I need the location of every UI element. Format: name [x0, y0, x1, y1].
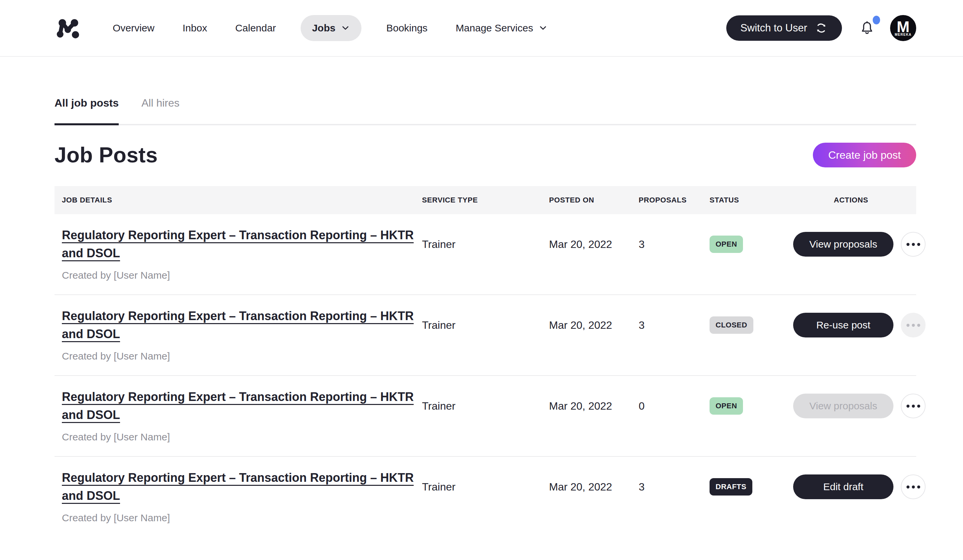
actions-cell: View proposals	[786, 388, 933, 424]
job-title-link[interactable]: Regulatory Reporting Expert – Transactio…	[62, 307, 415, 343]
service-type-cell: Trainer	[415, 469, 542, 505]
more-actions-button[interactable]	[901, 474, 926, 499]
top-nav: Overview Inbox Calendar Jobs Bookings Ma…	[0, 0, 963, 57]
col-header-proposals: PROPOSALS	[631, 196, 702, 204]
job-details-cell: Regulatory Reporting Expert – Transactio…	[55, 307, 415, 362]
posted-on-cell: Mar 20, 2022	[542, 226, 631, 262]
nav-item-bookings[interactable]: Bookings	[386, 23, 427, 34]
page-title: Job Posts	[55, 142, 158, 167]
reuse-post-button[interactable]: Re-use post	[793, 313, 893, 337]
status-badge: DRAFTS	[710, 478, 752, 495]
status-cell: OPEN	[702, 388, 786, 424]
created-by-text: Created by [User Name]	[62, 351, 415, 362]
view-proposals-button[interactable]: View proposals	[793, 232, 893, 257]
more-actions-button[interactable]	[901, 313, 926, 337]
avatar-brand-label: MEREKA	[895, 33, 912, 36]
posted-on-cell: Mar 20, 2022	[542, 469, 631, 505]
proposals-cell: 3	[631, 307, 702, 343]
tabs: All job posts All hires	[55, 97, 916, 125]
nav-item-manage-services-label: Manage Services	[456, 23, 533, 34]
job-posts-table: JOB DETAILS SERVICE TYPE POSTED ON PROPO…	[55, 186, 916, 537]
avatar-letter: M	[897, 20, 909, 34]
table-row: Regulatory Reporting Expert – Transactio…	[55, 214, 916, 295]
col-header-actions: ACTIONS	[786, 196, 916, 204]
actions-cell: Edit draft	[786, 469, 933, 505]
proposals-cell: 3	[631, 469, 702, 505]
mereka-logo-icon[interactable]	[55, 16, 81, 40]
status-cell: DRAFTS	[702, 469, 786, 505]
switch-to-user-label: Switch to User	[740, 22, 807, 34]
chevron-down-icon	[538, 23, 548, 33]
table-header-row: JOB DETAILS SERVICE TYPE POSTED ON PROPO…	[55, 186, 916, 214]
primary-nav: Overview Inbox Calendar Jobs Bookings Ma…	[113, 15, 548, 41]
bell-icon	[859, 20, 875, 36]
tab-all-job-posts[interactable]: All job posts	[55, 97, 119, 124]
posted-on-cell: Mar 20, 2022	[542, 388, 631, 424]
avatar[interactable]: M MEREKA	[890, 15, 916, 41]
job-title-link[interactable]: Regulatory Reporting Expert – Transactio…	[62, 469, 415, 505]
main-content: All job posts All hires Job Posts Create…	[0, 97, 963, 537]
posted-on-cell: Mar 20, 2022	[542, 307, 631, 343]
actions-cell: Re-use post	[786, 307, 933, 343]
service-type-cell: Trainer	[415, 307, 542, 343]
edit-draft-button[interactable]: Edit draft	[793, 474, 893, 499]
nav-item-jobs[interactable]: Jobs	[301, 15, 362, 41]
nav-item-overview[interactable]: Overview	[113, 23, 154, 34]
proposals-cell: 3	[631, 226, 702, 262]
view-proposals-button-disabled[interactable]: View proposals	[793, 393, 893, 418]
created-by-text: Created by [User Name]	[62, 431, 415, 443]
col-header-posted-on: POSTED ON	[542, 196, 631, 204]
job-details-cell: Regulatory Reporting Expert – Transactio…	[55, 388, 415, 443]
ellipsis-icon	[906, 405, 909, 408]
nav-item-inbox[interactable]: Inbox	[183, 23, 207, 34]
status-badge: OPEN	[710, 397, 743, 415]
actions-cell: View proposals	[786, 226, 933, 262]
switch-to-user-button[interactable]: Switch to User	[726, 15, 842, 41]
more-actions-button[interactable]	[901, 393, 926, 418]
more-actions-button[interactable]	[901, 232, 926, 257]
service-type-cell: Trainer	[415, 226, 542, 262]
job-details-cell: Regulatory Reporting Expert – Transactio…	[55, 226, 415, 281]
proposals-cell: 0	[631, 388, 702, 424]
table-row: Regulatory Reporting Expert – Transactio…	[55, 457, 916, 537]
ellipsis-icon	[906, 243, 909, 246]
job-details-cell: Regulatory Reporting Expert – Transactio…	[55, 469, 415, 524]
job-title-link[interactable]: Regulatory Reporting Expert – Transactio…	[62, 388, 415, 424]
notifications-button[interactable]	[859, 20, 875, 36]
create-job-post-button[interactable]: Create job post	[813, 142, 916, 167]
status-badge: CLOSED	[710, 316, 753, 334]
created-by-text: Created by [User Name]	[62, 512, 415, 524]
service-type-cell: Trainer	[415, 388, 542, 424]
table-row: Regulatory Reporting Expert – Transactio…	[55, 295, 916, 376]
page-header: Job Posts Create job post	[55, 142, 916, 167]
status-cell: OPEN	[702, 226, 786, 262]
col-header-job-details: JOB DETAILS	[55, 196, 415, 204]
col-header-service-type: SERVICE TYPE	[415, 196, 542, 204]
sync-icon	[815, 21, 828, 35]
nav-item-calendar[interactable]: Calendar	[235, 23, 276, 34]
ellipsis-icon	[906, 486, 909, 489]
tab-all-hires[interactable]: All hires	[141, 97, 180, 124]
created-by-text: Created by [User Name]	[62, 270, 415, 281]
col-header-status: STATUS	[702, 196, 786, 204]
status-cell: CLOSED	[702, 307, 786, 343]
ellipsis-icon	[906, 324, 909, 327]
status-badge: OPEN	[710, 236, 743, 253]
nav-right-cluster: Switch to User M MEREKA	[726, 15, 916, 41]
notification-dot	[873, 16, 880, 24]
table-row: Regulatory Reporting Expert – Transactio…	[55, 376, 916, 457]
chevron-down-icon	[341, 23, 350, 33]
nav-item-manage-services[interactable]: Manage Services	[456, 23, 548, 34]
nav-item-jobs-label: Jobs	[312, 23, 336, 34]
job-title-link[interactable]: Regulatory Reporting Expert – Transactio…	[62, 226, 415, 262]
